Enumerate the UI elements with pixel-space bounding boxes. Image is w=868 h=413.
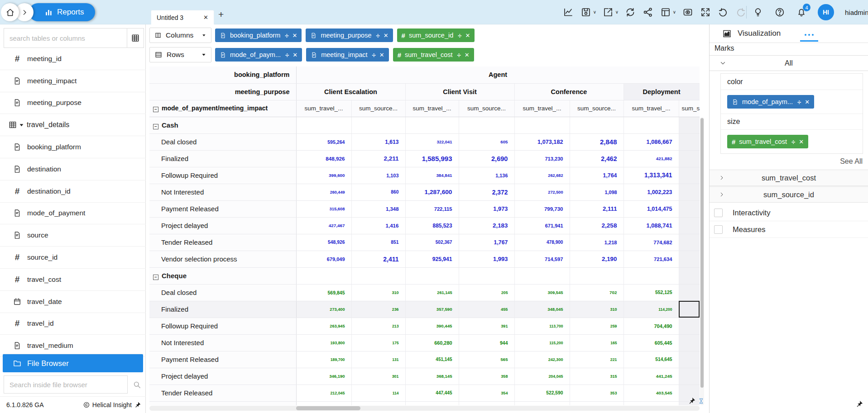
row-label[interactable]: Vendor selection process	[149, 251, 296, 267]
value-cell[interactable]: 205	[459, 284, 514, 301]
row-label[interactable]: Followup Required	[149, 318, 296, 334]
value-cell[interactable]: 860	[351, 184, 405, 200]
value-cell[interactable]: 399,600	[296, 167, 351, 184]
value-cell[interactable]: 315	[570, 368, 623, 385]
rows-selector[interactable]: Rows	[149, 47, 211, 62]
sidebar-field-travel_cost[interactable]: #travel_cost	[0, 269, 146, 291]
help-icon[interactable]	[774, 7, 785, 18]
value-cell[interactable]: 569,845	[296, 284, 351, 301]
value-cell[interactable]: 713,230	[514, 150, 570, 167]
value-cell[interactable]: 114,200	[623, 301, 679, 318]
value-cell[interactable]: 193,800	[296, 334, 351, 351]
value-cell[interactable]: 348,045	[514, 301, 570, 318]
value-cell[interactable]: 2,111	[570, 200, 623, 217]
value-cell[interactable]: 2,211	[351, 150, 405, 167]
value-cell[interactable]	[514, 401, 570, 405]
row-label[interactable]: Finalized	[149, 150, 296, 167]
value-cell[interactable]: 478,900	[514, 234, 570, 251]
value-cell[interactable]: 315,608	[296, 200, 351, 217]
value-cell[interactable]	[679, 234, 700, 251]
value-cell[interactable]: 447,445	[405, 385, 459, 401]
row-label[interactable]: Vendor selection process	[149, 401, 296, 405]
value-cell[interactable]	[405, 401, 459, 405]
value-cell[interactable]: 236	[351, 301, 405, 318]
value-cell[interactable]: 368,145	[405, 368, 459, 385]
value-cell[interactable]	[679, 284, 700, 301]
value-cell[interactable]: 451,145	[405, 351, 459, 368]
value-cell[interactable]: 595,264	[296, 133, 351, 150]
measure-header[interactable]: sum_s	[679, 100, 700, 117]
measure-header[interactable]: sum_travel_...	[405, 100, 459, 117]
value-cell[interactable]: 848,926	[296, 150, 351, 167]
layout-icon[interactable]	[660, 7, 671, 18]
sidebar-field-travel_date[interactable]: travel_date	[0, 291, 146, 313]
value-cell[interactable]: 1,014,475	[623, 200, 679, 217]
search-icon[interactable]	[128, 375, 146, 394]
column-group-Conference[interactable]: Conference	[514, 83, 623, 100]
value-cell[interactable]: 799,730	[514, 200, 570, 217]
value-cell[interactable]: 310	[351, 284, 405, 301]
value-cell[interactable]: 261,145	[405, 284, 459, 301]
value-cell[interactable]: 565	[459, 351, 514, 368]
value-cell[interactable]: 263,945	[296, 318, 351, 334]
value-cell[interactable]	[679, 133, 700, 150]
collapse-icon[interactable]: −	[153, 124, 158, 129]
row-label[interactable]: Tender Released	[149, 385, 296, 401]
horizontal-scrollbar[interactable]	[149, 406, 700, 411]
value-cell[interactable]: 273,400	[296, 301, 351, 318]
add-tab-button[interactable]: +	[218, 9, 224, 20]
value-cell[interactable]: 1,073,182	[514, 133, 570, 150]
pin-icon[interactable]	[688, 397, 696, 405]
value-cell[interactable]: 1,002,223	[623, 184, 679, 200]
value-cell[interactable]	[679, 150, 700, 167]
value-cell[interactable]: 1,098	[570, 184, 623, 200]
value-cell[interactable]: 1,585,993	[405, 150, 459, 167]
sidebar-field-booking_platform[interactable]: booking_platform	[0, 136, 146, 158]
value-cell[interactable]	[679, 318, 700, 334]
value-cell[interactable]: 2,690	[459, 150, 514, 167]
value-cell[interactable]: 262,682	[514, 167, 570, 184]
home-button[interactable]	[1, 3, 19, 21]
value-cell[interactable]: 605,445	[623, 334, 679, 351]
value-cell[interactable]: 259	[570, 318, 623, 334]
accordion-sum-source-id[interactable]: sum_source_id	[710, 186, 868, 203]
value-cell[interactable]	[351, 401, 405, 405]
row-label[interactable]: Project delayed	[149, 368, 296, 385]
value-cell[interactable]: 714,597	[514, 251, 570, 267]
value-cell[interactable]: 660,280	[405, 334, 459, 351]
sort-icon[interactable]: ÷	[285, 51, 289, 59]
value-cell[interactable]: 242,300	[514, 351, 570, 368]
refresh-icon[interactable]	[625, 7, 636, 18]
value-cell[interactable]: 175	[351, 334, 405, 351]
value-cell[interactable]: 774,682	[623, 234, 679, 251]
value-cell[interactable]: 851	[351, 234, 405, 251]
measure-header[interactable]: sum_source...	[570, 100, 623, 117]
value-cell[interactable]: 1,993	[459, 251, 514, 267]
lightbulb-icon[interactable]	[753, 7, 763, 18]
value-cell[interactable]: 1,767	[459, 234, 514, 251]
sort-icon[interactable]: ÷	[797, 98, 801, 106]
value-cell[interactable]: 1,218	[570, 234, 623, 251]
column-group-Deployment[interactable]: Deployment	[623, 83, 700, 100]
value-cell[interactable]: 2,183	[459, 217, 514, 234]
value-cell[interactable]: 2,462	[570, 150, 623, 167]
value-cell[interactable]	[679, 334, 700, 351]
row-label[interactable]: Not Interested	[149, 184, 296, 200]
value-cell[interactable]: 421,882	[623, 150, 679, 167]
group-row-Cash[interactable]: −Cash	[149, 117, 296, 133]
value-cell[interactable]	[679, 351, 700, 368]
fullscreen-icon[interactable]	[700, 7, 711, 18]
value-cell[interactable]: 165	[570, 334, 623, 351]
value-cell[interactable]: 1,348	[351, 200, 405, 217]
user-menu[interactable]: hiadmin	[845, 9, 868, 16]
value-cell[interactable]: 212,045	[296, 385, 351, 401]
value-cell[interactable]: 353	[570, 385, 623, 401]
value-cell[interactable]: 272,500	[514, 184, 570, 200]
vertical-scrollbar[interactable]	[700, 117, 704, 405]
value-cell[interactable]: 1,103	[351, 167, 405, 184]
save-icon[interactable]	[580, 7, 591, 18]
value-cell[interactable]	[679, 200, 700, 217]
value-cell[interactable]: 1,287,600	[405, 184, 459, 200]
measure-header[interactable]: sum_travel_...	[623, 100, 679, 117]
sort-icon[interactable]: ÷	[791, 138, 795, 146]
